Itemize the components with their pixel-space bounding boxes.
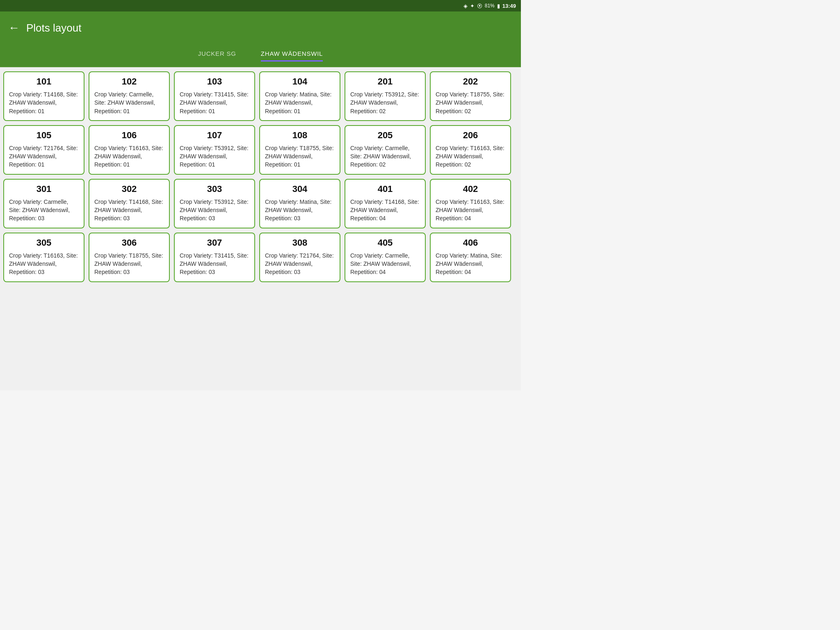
status-bar: ◈ ✦ ⦿ 81% ▮ 13:49	[0, 0, 521, 11]
plot-details: Crop Variety: T21764, Site: ZHAW Wädensw…	[265, 251, 335, 276]
back-button[interactable]: ←	[8, 22, 20, 34]
plot-number: 105	[9, 130, 79, 141]
grid-area: 101Crop Variety: T14168, Site: ZHAW Wäde…	[0, 67, 521, 390]
plot-details: Crop Variety: T16163, Site: ZHAW Wädensw…	[436, 198, 505, 223]
plot-row-0: 101Crop Variety: T14168, Site: ZHAW Wäde…	[3, 71, 518, 121]
plot-details: Crop Variety: T14168, Site: ZHAW Wädensw…	[94, 198, 164, 223]
plot-row-1: 105Crop Variety: T21764, Site: ZHAW Wäde…	[3, 125, 518, 175]
tab-zhaw[interactable]: ZHAW WÄDENSWIL	[261, 50, 323, 62]
plot-card-308[interactable]: 308Crop Variety: T21764, Site: ZHAW Wäde…	[259, 233, 340, 282]
plot-number: 206	[436, 130, 505, 141]
plot-number: 306	[94, 237, 164, 248]
top-bar: ← Plots layout	[0, 11, 521, 44]
plot-number: 201	[350, 76, 420, 87]
plot-card-105[interactable]: 105Crop Variety: T21764, Site: ZHAW Wäde…	[3, 125, 84, 175]
plot-number: 108	[265, 130, 335, 141]
plot-number: 102	[94, 76, 164, 87]
plot-card-106[interactable]: 106Crop Variety: T16163, Site: ZHAW Wäde…	[89, 125, 170, 175]
plot-details: Crop Variety: T21764, Site: ZHAW Wädensw…	[9, 144, 79, 169]
plot-number: 202	[436, 76, 505, 87]
plot-card-103[interactable]: 103Crop Variety: T31415, Site: ZHAW Wäde…	[174, 71, 255, 121]
plot-number: 307	[180, 237, 249, 248]
plot-details: Crop Variety: T16163, Site: ZHAW Wädensw…	[436, 144, 505, 169]
plot-details: Crop Variety: T31415, Site: ZHAW Wädensw…	[180, 251, 249, 276]
plot-card-305[interactable]: 305Crop Variety: T16163, Site: ZHAW Wäde…	[3, 233, 84, 282]
plot-details: Crop Variety: Matina, Site: ZHAW Wädensw…	[436, 251, 505, 276]
clock: 13:49	[502, 3, 516, 9]
plot-card-307[interactable]: 307Crop Variety: T31415, Site: ZHAW Wäde…	[174, 233, 255, 282]
plot-number: 305	[9, 237, 79, 248]
plot-card-104[interactable]: 104Crop Variety: Matina, Site: ZHAW Wäde…	[259, 71, 340, 121]
plot-details: Crop Variety: Matina, Site: ZHAW Wädensw…	[265, 198, 335, 223]
plot-number: 308	[265, 237, 335, 248]
plot-number: 104	[265, 76, 335, 87]
bluetooth-icon: ✦	[470, 3, 475, 9]
plot-card-306[interactable]: 306Crop Variety: T18755, Site: ZHAW Wäde…	[89, 233, 170, 282]
page-title: Plots layout	[26, 22, 81, 34]
plot-number: 107	[180, 130, 249, 141]
wifi-icon: ⦿	[477, 3, 482, 9]
plot-card-304[interactable]: 304Crop Variety: Matina, Site: ZHAW Wäde…	[259, 179, 340, 228]
plot-number: 402	[436, 184, 505, 194]
plot-card-401[interactable]: 401Crop Variety: T14168, Site: ZHAW Wäde…	[345, 179, 426, 228]
plot-card-107[interactable]: 107Crop Variety: T53912, Site: ZHAW Wäde…	[174, 125, 255, 175]
plot-card-301[interactable]: 301Crop Variety: Carmelle, Site: ZHAW Wä…	[3, 179, 84, 228]
plot-card-102[interactable]: 102Crop Variety: Carmelle, Site: ZHAW Wä…	[89, 71, 170, 121]
plot-card-205[interactable]: 205Crop Variety: Carmelle, Site: ZHAW Wä…	[345, 125, 426, 175]
plot-details: Crop Variety: T16163, Site: ZHAW Wädensw…	[9, 251, 79, 276]
plot-card-206[interactable]: 206Crop Variety: T16163, Site: ZHAW Wäde…	[430, 125, 511, 175]
plot-row-3: 305Crop Variety: T16163, Site: ZHAW Wäde…	[3, 233, 518, 282]
plot-number: 304	[265, 184, 335, 194]
plot-card-201[interactable]: 201Crop Variety: T53912, Site: ZHAW Wäde…	[345, 71, 426, 121]
plot-number: 101	[9, 76, 79, 87]
plot-number: 406	[436, 237, 505, 248]
plot-details: Crop Variety: T53912, Site: ZHAW Wädensw…	[180, 144, 249, 169]
plot-details: Crop Variety: Carmelle, Site: ZHAW Wäden…	[9, 198, 79, 223]
plot-number: 106	[94, 130, 164, 141]
plot-details: Crop Variety: T14168, Site: ZHAW Wädensw…	[350, 198, 420, 223]
plot-number: 302	[94, 184, 164, 194]
plot-number: 303	[180, 184, 249, 194]
plot-details: Crop Variety: T53912, Site: ZHAW Wädensw…	[180, 198, 249, 223]
plot-number: 405	[350, 237, 420, 248]
plot-details: Crop Variety: Carmelle, Site: ZHAW Wäden…	[94, 90, 164, 115]
plot-details: Crop Variety: T18755, Site: ZHAW Wädensw…	[94, 251, 164, 276]
plot-card-405[interactable]: 405Crop Variety: Carmelle, Site: ZHAW Wä…	[345, 233, 426, 282]
tab-jucker[interactable]: JUCKER SG	[198, 50, 236, 62]
plot-details: Crop Variety: Carmelle, Site: ZHAW Wäden…	[350, 251, 420, 276]
battery-level: 81%	[485, 3, 495, 9]
plot-details: Crop Variety: T18755, Site: ZHAW Wädensw…	[436, 90, 505, 115]
plot-number: 301	[9, 184, 79, 194]
plot-details: Crop Variety: Matina, Site: ZHAW Wädensw…	[265, 90, 335, 115]
plot-card-202[interactable]: 202Crop Variety: T18755, Site: ZHAW Wäde…	[430, 71, 511, 121]
plot-details: Crop Variety: T16163, Site: ZHAW Wädensw…	[94, 144, 164, 169]
plot-card-101[interactable]: 101Crop Variety: T14168, Site: ZHAW Wäde…	[3, 71, 84, 121]
tabs-bar: JUCKER SG ZHAW WÄDENSWIL	[0, 44, 521, 67]
plot-card-406[interactable]: 406Crop Variety: Matina, Site: ZHAW Wäde…	[430, 233, 511, 282]
plot-details: Crop Variety: T14168, Site: ZHAW Wädensw…	[9, 90, 79, 115]
plot-details: Crop Variety: Carmelle, Site: ZHAW Wäden…	[350, 144, 420, 169]
plot-row-2: 301Crop Variety: Carmelle, Site: ZHAW Wä…	[3, 179, 518, 228]
plot-details: Crop Variety: T31415, Site: ZHAW Wädensw…	[180, 90, 249, 115]
plot-number: 205	[350, 130, 420, 141]
plot-card-108[interactable]: 108Crop Variety: T18755, Site: ZHAW Wäde…	[259, 125, 340, 175]
plot-card-402[interactable]: 402Crop Variety: T16163, Site: ZHAW Wäde…	[430, 179, 511, 228]
plot-details: Crop Variety: T53912, Site: ZHAW Wädensw…	[350, 90, 420, 115]
plot-card-303[interactable]: 303Crop Variety: T53912, Site: ZHAW Wäde…	[174, 179, 255, 228]
battery-icon: ▮	[497, 3, 500, 9]
plot-details: Crop Variety: T18755, Site: ZHAW Wädensw…	[265, 144, 335, 169]
plot-number: 103	[180, 76, 249, 87]
plot-card-302[interactable]: 302Crop Variety: T14168, Site: ZHAW Wäde…	[89, 179, 170, 228]
location-icon: ◈	[463, 3, 468, 9]
plot-number: 401	[350, 184, 420, 194]
